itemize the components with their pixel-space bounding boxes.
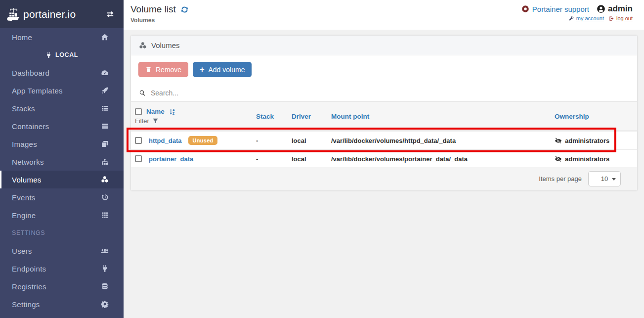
mount-point-column-header[interactable]: Mount point [331, 113, 555, 120]
sidebar-item-containers[interactable]: Containers [0, 117, 124, 135]
volume-link[interactable]: portainer_data [149, 155, 193, 163]
panel-actions: Remove + Add volume [131, 55, 637, 84]
sidebar-item-users[interactable]: Users [0, 242, 124, 260]
sidebar-endpoint-local[interactable]: LOCAL [0, 46, 124, 64]
remove-button[interactable]: Remove [138, 62, 188, 77]
grid-icon [101, 211, 109, 219]
items-per-page-label: Items per page [539, 175, 582, 182]
eye-slash-icon [555, 155, 562, 163]
stack-column-header[interactable]: Stack [256, 113, 292, 120]
user-area: Portainer support admin my account log o… [521, 4, 633, 21]
sidebar-item-engine[interactable]: Engine [0, 206, 124, 224]
sort-by-name[interactable]: Name [135, 108, 256, 115]
row-checkbox[interactable] [135, 137, 142, 144]
mount-point-cell: /var/lib/docker/volumes/httpd_data/_data [331, 137, 555, 144]
plug-icon [101, 265, 109, 273]
sort-alpha-down-icon [169, 108, 176, 115]
stack-cell: - [256, 137, 292, 144]
cubes-icon [101, 176, 109, 183]
cogs-icon [101, 300, 109, 308]
sidebar-item-images[interactable]: Images [0, 135, 124, 153]
database-icon [101, 282, 109, 290]
sidebar-item-registries[interactable]: Registries [0, 277, 124, 295]
home-icon [101, 33, 109, 41]
collapse-sidebar-icon[interactable] [106, 10, 115, 19]
life-ring-icon [521, 5, 529, 13]
table-header: Name Filter Stack Driver Mount point Own… [131, 102, 637, 131]
plus-icon: + [200, 66, 204, 74]
row-checkbox[interactable] [135, 155, 142, 162]
volumes-panel: Volumes Remove + Add volume Name Filter [131, 36, 637, 190]
plug-icon [45, 52, 52, 58]
filter-icon [152, 118, 159, 124]
add-volume-button[interactable]: + Add volume [193, 62, 252, 77]
server-icon [101, 122, 109, 130]
sidebar-item-volumes[interactable]: Volumes [0, 171, 124, 188]
panel-title: Volumes [151, 41, 180, 49]
page-title: Volume list [130, 4, 189, 15]
portainer-logo[interactable]: portainer.io [6, 7, 106, 21]
sidebar-header: portainer.io [0, 0, 124, 28]
driver-cell: local [292, 155, 331, 163]
filter-toggle[interactable]: Filter [135, 117, 256, 125]
users-icon [101, 247, 109, 255]
panel-header: Volumes [131, 36, 637, 55]
ownership-cell: administrators [555, 137, 637, 144]
breadcrumb: Volumes [130, 17, 189, 24]
sitemap-icon [101, 158, 109, 166]
select-all-checkbox[interactable] [135, 108, 142, 115]
ownership-cell: administrators [555, 155, 637, 163]
my-account-link[interactable]: my account [569, 15, 604, 21]
table-row: portainer_data - local /var/lib/docker/v… [131, 149, 637, 168]
sidebar-item-settings[interactable]: Settings [0, 295, 124, 313]
refresh-icon[interactable] [180, 5, 189, 14]
clone-icon [101, 140, 109, 148]
eye-slash-icon [555, 137, 562, 144]
mount-point-cell: /var/lib/docker/volumes/portainer_data/_… [331, 155, 555, 163]
caret-down-icon [612, 178, 616, 181]
log-out-link[interactable]: log out [609, 15, 633, 21]
portainer-support-link[interactable]: Portainer support [521, 5, 589, 13]
rocket-icon [101, 87, 109, 94]
ownership-column-header[interactable]: Ownership [555, 113, 637, 120]
search-input[interactable] [151, 89, 629, 97]
list-icon [101, 104, 109, 112]
volume-link[interactable]: httpd_data [149, 137, 181, 144]
sidebar-item-stacks[interactable]: Stacks [0, 99, 124, 117]
sidebar-item-dashboard[interactable]: Dashboard [0, 64, 124, 82]
table-row: httpd_data Unused - local /var/lib/docke… [131, 131, 637, 149]
top-bar: Volume list Volumes Portainer support ad… [124, 0, 644, 30]
sidebar-item-events[interactable]: Events [0, 188, 124, 206]
items-per-page-select[interactable]: 10 [588, 171, 621, 186]
sidebar-section-settings: SETTINGS [0, 224, 124, 242]
logged-in-user: admin [597, 4, 633, 14]
user-circle-icon [597, 4, 605, 13]
history-icon [101, 193, 109, 201]
unused-badge: Unused [188, 136, 217, 145]
portainer-logo-icon [6, 7, 21, 21]
cubes-icon [139, 42, 147, 49]
driver-column-header[interactable]: Driver [292, 113, 331, 120]
dashboard-icon [101, 69, 109, 77]
sidebar-item-app-templates[interactable]: App Templates [0, 82, 124, 99]
sign-out-icon [609, 16, 614, 21]
logo-text: portainer.io [23, 8, 76, 20]
table-footer: Items per page 10 [131, 167, 637, 190]
search-icon [139, 90, 146, 96]
sidebar-item-home[interactable]: Home [0, 28, 124, 46]
stack-cell: - [256, 155, 292, 163]
sidebar-item-networks[interactable]: Networks [0, 153, 124, 171]
trash-icon [145, 66, 152, 73]
wrench-icon [569, 16, 574, 21]
name-column-header: Name [146, 108, 165, 115]
sidebar: portainer.io Home LOCAL Dashboard App Te… [0, 0, 124, 318]
sidebar-item-endpoints[interactable]: Endpoints [0, 260, 124, 277]
driver-cell: local [292, 137, 331, 144]
search-bar [131, 84, 637, 102]
